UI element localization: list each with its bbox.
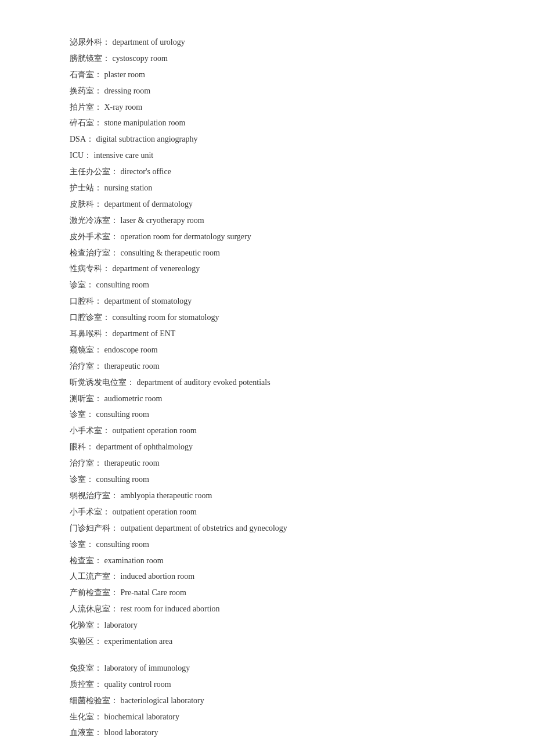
list-item: 激光冷冻室： laser & cryotherapy room [70, 213, 464, 228]
list-item: 实验区： experimentation area [70, 634, 464, 649]
list-item: 诊室： consulting room [70, 472, 464, 487]
list-item: 听觉诱发电位室： department of auditory evoked p… [70, 375, 464, 390]
list-item: 泌尿外科： department of urology [70, 35, 464, 50]
list-item: 眼科： department of ophthalmology [70, 440, 464, 455]
list-item: 免疫室： laboratory of immunology [70, 661, 464, 676]
list-item: 检查治疗室： consulting & therapeutic room [70, 246, 464, 261]
spacer [70, 650, 464, 661]
list-item: 检查室： examination room [70, 553, 464, 568]
list-item: 诊室： consulting room [70, 537, 464, 552]
list-item: 诊室： consulting room [70, 278, 464, 293]
list-item: 弱视治疗室： amblyopia therapeutic room [70, 488, 464, 503]
list-item: 耳鼻喉科： department of ENT [70, 326, 464, 341]
list-item: 质控室： quality control room [70, 677, 464, 692]
list-item: 膀胱镜室： cystoscopy room [70, 51, 464, 66]
list-item: ICU： intensive care unit [70, 148, 464, 163]
list-item: 人工流产室： induced abortion room [70, 569, 464, 584]
list-item: 血液室： blood laboratory [70, 725, 464, 740]
list-item: 性病专科： department of venereology [70, 261, 464, 276]
list-item: 门诊妇产科： outpatient department of obstetri… [70, 521, 464, 536]
list-item: 治疗室： therapeutic room [70, 359, 464, 374]
main-content: 泌尿外科： department of urology膀胱镜室： cystosc… [70, 35, 464, 740]
list-item: 生化室： biochemical laboratory [70, 710, 464, 725]
list-item: 治疗室： therapeutic room [70, 456, 464, 471]
list-item: 细菌检验室： bacteriological laboratory [70, 693, 464, 708]
list-item: 产前检查室： Pre-natal Care room [70, 585, 464, 600]
list-item: 换药室： dressing room [70, 84, 464, 99]
list-item: 测听室： audiometric room [70, 391, 464, 406]
list-item: 口腔科： department of stomatology [70, 294, 464, 309]
list-item: 口腔诊室： consulting room for stomatology [70, 310, 464, 325]
list-item: DSA： digital subtraction angiography [70, 132, 464, 147]
list-item: 护士站： nursing station [70, 181, 464, 196]
list-item: 皮肤科： department of dermatology [70, 197, 464, 212]
list-item: 人流休息室： rest room for induced abortion [70, 602, 464, 617]
list-item: 小手术室： outpatient operation room [70, 505, 464, 520]
list-item: 窥镜室： endoscope room [70, 343, 464, 358]
list-item: 诊室： consulting room [70, 407, 464, 422]
list-item: 拍片室： X-ray room [70, 100, 464, 115]
list-item: 石膏室： plaster room [70, 67, 464, 82]
list-item: 小手术室： outpatient operation room [70, 423, 464, 438]
list-item: 碎石室： stone manipulation room [70, 116, 464, 131]
list-item: 皮外手术室： operation room for dermatology su… [70, 229, 464, 244]
list-item: 主任办公室： director's office [70, 164, 464, 179]
list-item: 化验室： laboratory [70, 618, 464, 633]
